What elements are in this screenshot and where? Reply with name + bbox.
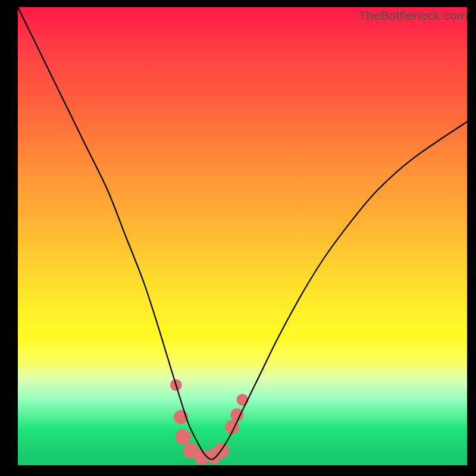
watermark-text: TheBottleneck.com <box>359 8 468 23</box>
chart-background <box>18 7 467 465</box>
